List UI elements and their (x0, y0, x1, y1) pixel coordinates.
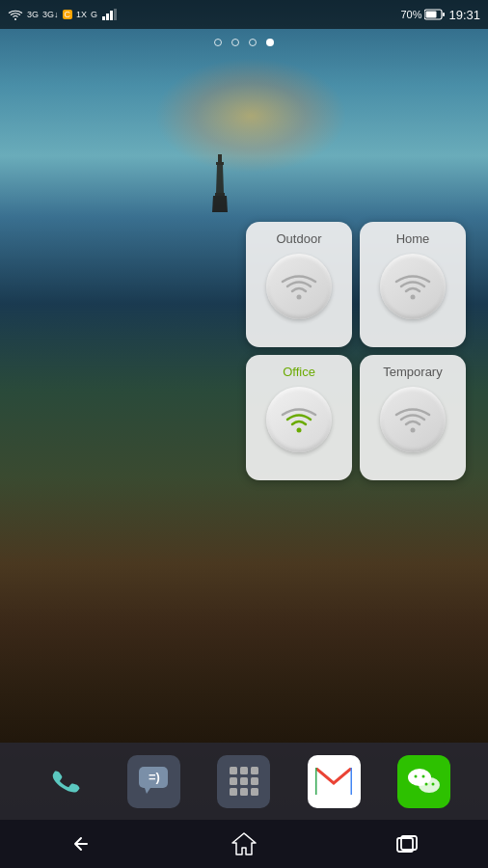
widget-temporary-label: Temporary (383, 365, 442, 379)
svg-point-15 (411, 428, 416, 433)
svg-point-33 (415, 775, 418, 778)
page-dot-3[interactable] (249, 39, 257, 46)
wifi-icon-outdoor (280, 271, 318, 302)
dock-messaging[interactable]: =) (127, 755, 180, 808)
back-icon (68, 832, 95, 855)
svg-rect-22 (230, 777, 237, 785)
svg-point-36 (432, 783, 435, 786)
home-button[interactable] (220, 820, 268, 868)
wifi-icon-temporary (393, 404, 432, 435)
svg-marker-4 (212, 196, 228, 212)
svg-point-35 (425, 783, 428, 786)
nav-bar (0, 820, 488, 868)
svg-rect-5 (102, 16, 105, 20)
svg-marker-2 (216, 165, 224, 193)
widget-home-label: Home (396, 231, 430, 246)
status-bar: 3G 3G↓ C 1X G 70% 19:31 (0, 0, 488, 29)
status-left: 3G 3G↓ C 1X G (8, 9, 117, 21)
lighthouse-silhouette (210, 154, 230, 212)
home-icon (230, 831, 258, 856)
svg-rect-8 (114, 9, 117, 20)
dock: =) (0, 743, 488, 820)
svg-rect-19 (230, 767, 237, 774)
svg-rect-11 (426, 12, 437, 18)
widget-temporary[interactable]: Temporary (360, 355, 466, 480)
dock-wechat[interactable] (397, 755, 450, 808)
svg-rect-6 (106, 14, 109, 20)
wechat-icon (404, 764, 443, 799)
svg-rect-25 (230, 788, 237, 796)
signal-bars (101, 9, 117, 20)
svg-text:=): =) (149, 770, 160, 784)
chat-icon: =) (137, 765, 172, 798)
network-1x: 1X (76, 10, 87, 19)
back-button[interactable] (57, 820, 105, 868)
svg-point-32 (419, 777, 440, 793)
page-dot-4[interactable] (266, 39, 274, 46)
wifi-icon-home (393, 271, 432, 302)
network-c: C (63, 10, 73, 19)
page-indicators (0, 39, 488, 46)
network-3g2: 3G↓ (42, 10, 59, 19)
widget-home-circle (380, 254, 446, 319)
wifi-icon-office (280, 404, 318, 435)
svg-rect-10 (443, 13, 445, 16)
svg-rect-26 (240, 788, 248, 796)
widget-office-label: Office (283, 365, 315, 379)
clock: 19:31 (448, 8, 480, 22)
widget-office-circle (266, 387, 332, 452)
svg-marker-37 (232, 833, 256, 854)
widget-home[interactable]: Home (360, 222, 466, 347)
battery-percent: 70% (400, 9, 421, 20)
svg-point-34 (422, 775, 425, 778)
svg-rect-1 (216, 162, 224, 165)
svg-rect-3 (215, 193, 225, 196)
gmail-icon (315, 768, 352, 795)
dock-apps[interactable] (217, 755, 270, 808)
svg-rect-20 (240, 767, 248, 774)
widgets-area: Outdoor Home Office (246, 222, 466, 480)
svg-point-12 (297, 295, 302, 300)
phone-icon (49, 766, 80, 797)
page-dot-2[interactable] (231, 39, 239, 46)
svg-rect-27 (251, 788, 258, 796)
svg-point-14 (297, 428, 302, 433)
wifi-status-icon (8, 9, 23, 21)
network-3g: 3G (27, 10, 39, 19)
dock-phone[interactable] (38, 755, 91, 808)
svg-rect-24 (251, 777, 258, 785)
svg-rect-23 (240, 777, 248, 785)
svg-rect-21 (251, 767, 258, 774)
recents-icon (393, 832, 420, 855)
widget-outdoor[interactable]: Outdoor (246, 222, 352, 347)
widget-outdoor-label: Outdoor (277, 231, 322, 246)
svg-point-13 (411, 295, 416, 300)
battery-icon (424, 9, 446, 20)
status-right: 70% 19:31 (400, 8, 480, 22)
widget-outdoor-circle (266, 254, 332, 319)
page-dot-1[interactable] (214, 39, 222, 46)
dock-gmail[interactable] (308, 755, 361, 808)
widget-office[interactable]: Office (246, 355, 352, 480)
widget-temporary-circle (380, 387, 446, 452)
svg-marker-17 (145, 788, 150, 794)
sky-glow (154, 58, 347, 174)
svg-rect-7 (110, 11, 113, 20)
network-g: G (91, 10, 97, 19)
grid-icon (228, 765, 260, 798)
recents-button[interactable] (383, 820, 431, 868)
svg-rect-0 (218, 154, 222, 162)
